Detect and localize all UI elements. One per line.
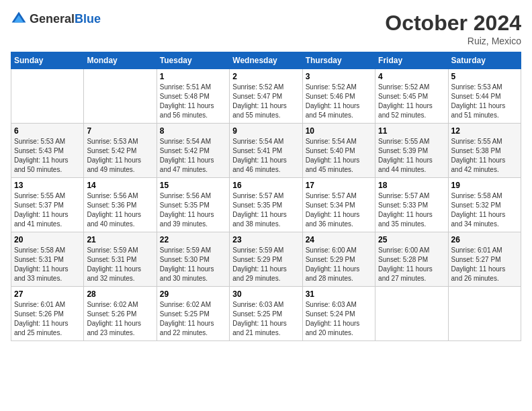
sunrise-text: Sunrise: 6:03 AM (232, 300, 299, 310)
weekday-header-friday: Friday (375, 52, 448, 69)
logo-blue-text: Blue (75, 12, 101, 26)
day-number: 7 (87, 126, 153, 136)
daylight-text: Daylight: 11 hours and 47 minutes. (160, 156, 226, 175)
day-info: Sunrise: 6:03 AMSunset: 5:25 PMDaylight:… (232, 300, 299, 338)
calendar-cell: 13Sunrise: 5:55 AMSunset: 5:37 PMDayligh… (11, 178, 84, 232)
day-info: Sunrise: 5:52 AMSunset: 5:45 PMDaylight:… (378, 83, 445, 120)
daylight-text: Daylight: 11 hours and 29 minutes. (232, 265, 299, 283)
sunset-text: Sunset: 5:29 PM (232, 255, 299, 265)
sunrise-text: Sunrise: 5:59 AM (160, 246, 226, 255)
day-info: Sunrise: 5:57 AMSunset: 5:33 PMDaylight:… (378, 191, 445, 229)
daylight-text: Daylight: 11 hours and 23 minutes. (87, 319, 153, 338)
sunset-text: Sunset: 5:44 PM (451, 92, 518, 101)
sunset-text: Sunset: 5:35 PM (232, 201, 299, 210)
calendar-cell: 6Sunrise: 5:53 AMSunset: 5:43 PMDaylight… (11, 124, 84, 178)
day-number: 6 (14, 126, 81, 136)
day-number: 18 (378, 181, 445, 190)
calendar-cell: 4Sunrise: 5:52 AMSunset: 5:45 PMDaylight… (375, 69, 448, 124)
day-number: 15 (160, 181, 226, 190)
sunrise-text: Sunrise: 5:57 AM (232, 191, 299, 201)
sunset-text: Sunset: 5:46 PM (306, 92, 372, 101)
sunrise-text: Sunrise: 5:53 AM (87, 137, 153, 146)
calendar-cell: 12Sunrise: 5:55 AMSunset: 5:38 PMDayligh… (448, 124, 521, 178)
daylight-text: Daylight: 11 hours and 52 minutes. (378, 101, 445, 120)
daylight-text: Daylight: 11 hours and 44 minutes. (378, 156, 445, 175)
calendar-cell: 29Sunrise: 6:02 AMSunset: 5:25 PMDayligh… (157, 287, 229, 341)
day-info: Sunrise: 6:02 AMSunset: 5:26 PMDaylight:… (87, 300, 153, 338)
calendar-cell: 21Sunrise: 5:59 AMSunset: 5:31 PMDayligh… (84, 232, 157, 287)
day-info: Sunrise: 5:58 AMSunset: 5:32 PMDaylight:… (451, 191, 518, 229)
calendar-cell: 30Sunrise: 6:03 AMSunset: 5:25 PMDayligh… (230, 287, 302, 341)
sunrise-text: Sunrise: 5:52 AM (306, 83, 372, 92)
day-number: 27 (14, 289, 81, 299)
day-info: Sunrise: 5:55 AMSunset: 5:39 PMDaylight:… (378, 137, 445, 175)
day-info: Sunrise: 5:59 AMSunset: 5:30 PMDaylight:… (160, 246, 226, 283)
calendar-week-5: 27Sunrise: 6:01 AMSunset: 5:26 PMDayligh… (11, 287, 521, 341)
day-number: 20 (14, 235, 81, 244)
calendar-cell: 8Sunrise: 5:54 AMSunset: 5:42 PMDaylight… (157, 124, 229, 178)
sunrise-text: Sunrise: 6:01 AM (14, 300, 81, 310)
weekday-header-wednesday: Wednesday (230, 52, 302, 69)
sunset-text: Sunset: 5:29 PM (306, 255, 372, 265)
daylight-text: Daylight: 11 hours and 49 minutes. (87, 156, 153, 175)
daylight-text: Daylight: 11 hours and 55 minutes. (232, 101, 299, 120)
day-number: 13 (14, 181, 81, 190)
sunrise-text: Sunrise: 6:01 AM (451, 246, 518, 255)
calendar-cell (448, 287, 521, 341)
calendar-cell (84, 69, 157, 124)
weekday-header-monday: Monday (84, 52, 157, 69)
calendar-cell (11, 69, 84, 124)
sunrise-text: Sunrise: 5:55 AM (451, 137, 518, 146)
day-info: Sunrise: 6:01 AMSunset: 5:26 PMDaylight:… (14, 300, 81, 338)
weekday-header-saturday: Saturday (448, 52, 521, 69)
sunset-text: Sunset: 5:41 PM (232, 146, 299, 156)
day-number: 26 (451, 235, 518, 244)
calendar-cell: 31Sunrise: 6:03 AMSunset: 5:24 PMDayligh… (302, 287, 375, 341)
calendar-week-3: 13Sunrise: 5:55 AMSunset: 5:37 PMDayligh… (11, 178, 521, 232)
daylight-text: Daylight: 11 hours and 41 minutes. (14, 210, 81, 229)
daylight-text: Daylight: 11 hours and 28 minutes. (306, 265, 372, 283)
day-info: Sunrise: 6:01 AMSunset: 5:27 PMDaylight:… (451, 246, 518, 283)
calendar-cell: 24Sunrise: 6:00 AMSunset: 5:29 PMDayligh… (302, 232, 375, 287)
day-number: 1 (160, 72, 226, 81)
day-number: 25 (378, 235, 445, 244)
calendar-cell (375, 287, 448, 341)
sunrise-text: Sunrise: 5:55 AM (14, 191, 81, 201)
daylight-text: Daylight: 11 hours and 54 minutes. (306, 101, 372, 120)
daylight-text: Daylight: 11 hours and 20 minutes. (306, 319, 372, 338)
day-info: Sunrise: 6:02 AMSunset: 5:25 PMDaylight:… (160, 300, 226, 338)
calendar-cell: 22Sunrise: 5:59 AMSunset: 5:30 PMDayligh… (157, 232, 229, 287)
sunrise-text: Sunrise: 5:52 AM (378, 83, 445, 92)
sunset-text: Sunset: 5:36 PM (87, 201, 153, 210)
day-number: 23 (232, 235, 299, 244)
sunrise-text: Sunrise: 5:54 AM (232, 137, 299, 146)
day-info: Sunrise: 5:55 AMSunset: 5:37 PMDaylight:… (14, 191, 81, 229)
sunset-text: Sunset: 5:39 PM (378, 146, 445, 156)
daylight-text: Daylight: 11 hours and 30 minutes. (160, 265, 226, 283)
day-info: Sunrise: 5:57 AMSunset: 5:34 PMDaylight:… (306, 191, 372, 229)
calendar-week-4: 20Sunrise: 5:58 AMSunset: 5:31 PMDayligh… (11, 232, 521, 287)
day-info: Sunrise: 5:53 AMSunset: 5:42 PMDaylight:… (87, 137, 153, 175)
sunset-text: Sunset: 5:32 PM (451, 201, 518, 210)
daylight-text: Daylight: 11 hours and 35 minutes. (378, 210, 445, 229)
calendar-table: SundayMondayTuesdayWednesdayThursdayFrid… (11, 52, 521, 341)
sunrise-text: Sunrise: 5:54 AM (306, 137, 372, 146)
calendar-cell: 11Sunrise: 5:55 AMSunset: 5:39 PMDayligh… (375, 124, 448, 178)
daylight-text: Daylight: 11 hours and 26 minutes. (451, 265, 518, 283)
daylight-text: Daylight: 11 hours and 50 minutes. (14, 156, 81, 175)
sunset-text: Sunset: 5:43 PM (14, 146, 81, 156)
day-number: 9 (232, 126, 299, 136)
calendar-cell: 27Sunrise: 6:01 AMSunset: 5:26 PMDayligh… (11, 287, 84, 341)
day-number: 12 (451, 126, 518, 136)
calendar-cell: 17Sunrise: 5:57 AMSunset: 5:34 PMDayligh… (302, 178, 375, 232)
sunrise-text: Sunrise: 6:02 AM (87, 300, 153, 310)
weekday-header-thursday: Thursday (302, 52, 375, 69)
sunset-text: Sunset: 5:27 PM (451, 255, 518, 265)
calendar-cell: 2Sunrise: 5:52 AMSunset: 5:47 PMDaylight… (230, 69, 302, 124)
day-number: 28 (87, 289, 153, 299)
calendar-cell: 16Sunrise: 5:57 AMSunset: 5:35 PMDayligh… (230, 178, 302, 232)
day-info: Sunrise: 5:55 AMSunset: 5:38 PMDaylight:… (451, 137, 518, 175)
day-number: 14 (87, 181, 153, 190)
daylight-text: Daylight: 11 hours and 32 minutes. (87, 265, 153, 283)
daylight-text: Daylight: 11 hours and 27 minutes. (378, 265, 445, 283)
